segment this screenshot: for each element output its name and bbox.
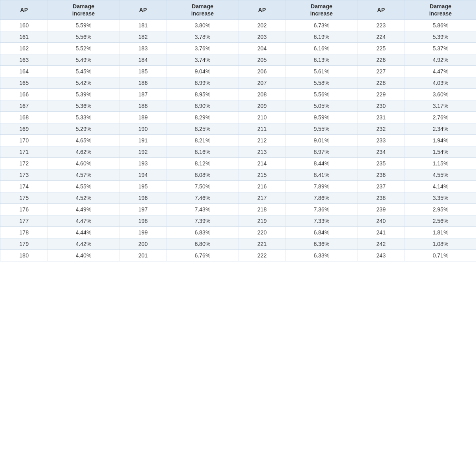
ap-value: 216 [238,181,286,192]
col-header-ap3: AP [238,0,286,20]
ap-value: 179 [0,238,48,250]
col-header-dmg4: DamageIncrease [405,0,476,20]
dmg-value: 8.16% [167,146,238,158]
ap-value: 232 [357,123,405,135]
dmg-value: 8.44% [286,158,357,169]
dmg-value: 8.12% [167,158,238,169]
dmg-value: 3.35% [405,192,476,204]
dmg-value: 7.39% [167,215,238,227]
ap-value: 175 [0,192,48,204]
dmg-value: 6.16% [286,43,357,54]
dmg-value: 3.60% [405,89,476,100]
ap-value: 187 [119,89,167,100]
dmg-value: 1.15% [405,158,476,169]
table-row: 160 5.59% 181 3.80% 202 6.73% 223 5.86% [0,20,476,31]
dmg-value: 8.97% [286,146,357,158]
dmg-value: 6.80% [167,238,238,250]
dmg-value: 9.04% [167,66,238,77]
ap-value: 201 [119,250,167,261]
dmg-value: 4.47% [48,215,119,227]
ap-value: 186 [119,77,167,89]
ap-value: 183 [119,43,167,54]
dmg-value: 4.49% [48,204,119,215]
dmg-value: 4.47% [405,66,476,77]
dmg-value: 2.76% [405,112,476,123]
ap-value: 178 [0,227,48,238]
ap-value: 166 [0,89,48,100]
dmg-value: 4.57% [48,169,119,181]
dmg-value: 1.54% [405,146,476,158]
ap-value: 208 [238,89,286,100]
dmg-value: 5.36% [48,100,119,112]
dmg-value: 4.60% [48,158,119,169]
table-row: 165 5.42% 186 8.99% 207 5.58% 228 4.03% [0,77,476,89]
table-row: 179 4.42% 200 6.80% 221 6.36% 242 1.08% [0,238,476,250]
table-row: 180 4.40% 201 6.76% 222 6.33% 243 0.71% [0,250,476,261]
table-row: 166 5.39% 187 8.95% 208 5.56% 229 3.60% [0,89,476,100]
table-row: 164 5.45% 185 9.04% 206 5.61% 227 4.47% [0,66,476,77]
table-row: 162 5.52% 183 3.76% 204 6.16% 225 5.37% [0,43,476,54]
ap-value: 171 [0,146,48,158]
dmg-value: 7.43% [167,204,238,215]
dmg-value: 3.74% [167,54,238,66]
ap-value: 193 [119,158,167,169]
table-row: 178 4.44% 199 6.83% 220 6.84% 241 1.81% [0,227,476,238]
ap-value: 228 [357,77,405,89]
ap-value: 203 [238,31,286,43]
ap-value: 197 [119,204,167,215]
dmg-value: 5.58% [286,77,357,89]
ap-value: 161 [0,31,48,43]
dmg-value: 4.55% [48,181,119,192]
dmg-value: 8.90% [167,100,238,112]
ap-value: 196 [119,192,167,204]
dmg-value: 2.95% [405,204,476,215]
dmg-value: 9.55% [286,123,357,135]
ap-value: 236 [357,169,405,181]
dmg-value: 6.19% [286,31,357,43]
dmg-value: 4.62% [48,146,119,158]
dmg-value: 7.33% [286,215,357,227]
ap-value: 234 [357,146,405,158]
col-header-dmg3: DamageIncrease [286,0,357,20]
ap-value: 189 [119,112,167,123]
ap-value: 211 [238,123,286,135]
ap-value: 169 [0,123,48,135]
ap-value: 164 [0,66,48,77]
dmg-value: 8.41% [286,169,357,181]
dmg-value: 5.61% [286,66,357,77]
ap-value: 163 [0,54,48,66]
ap-value: 165 [0,77,48,89]
ap-value: 205 [238,54,286,66]
dmg-value: 8.29% [167,112,238,123]
ap-value: 235 [357,158,405,169]
ap-value: 219 [238,215,286,227]
col-header-dmg2: DamageIncrease [167,0,238,20]
ap-value: 177 [0,215,48,227]
dmg-value: 5.42% [48,77,119,89]
dmg-value: 4.44% [48,227,119,238]
dmg-value: 4.42% [48,238,119,250]
dmg-value: 4.92% [405,54,476,66]
table-row: 161 5.56% 182 3.78% 203 6.19% 224 5.39% [0,31,476,43]
ap-value: 209 [238,100,286,112]
dmg-value: 7.89% [286,181,357,192]
dmg-value: 5.56% [286,89,357,100]
dmg-value: 5.59% [48,20,119,31]
ap-value: 224 [357,31,405,43]
dmg-value: 4.03% [405,77,476,89]
table-row: 175 4.52% 196 7.46% 217 7.86% 238 3.35% [0,192,476,204]
ap-value: 200 [119,238,167,250]
table-row: 163 5.49% 184 3.74% 205 6.13% 226 4.92% [0,54,476,66]
ap-value: 190 [119,123,167,135]
ap-value: 191 [119,135,167,146]
dmg-value: 6.83% [167,227,238,238]
dmg-value: 3.76% [167,43,238,54]
ap-value: 226 [357,54,405,66]
ap-value: 233 [357,135,405,146]
ap-value: 182 [119,31,167,43]
dmg-value: 9.01% [286,135,357,146]
ap-value: 181 [119,20,167,31]
ap-value: 176 [0,204,48,215]
dmg-value: 7.50% [167,181,238,192]
dmg-value: 5.56% [48,31,119,43]
